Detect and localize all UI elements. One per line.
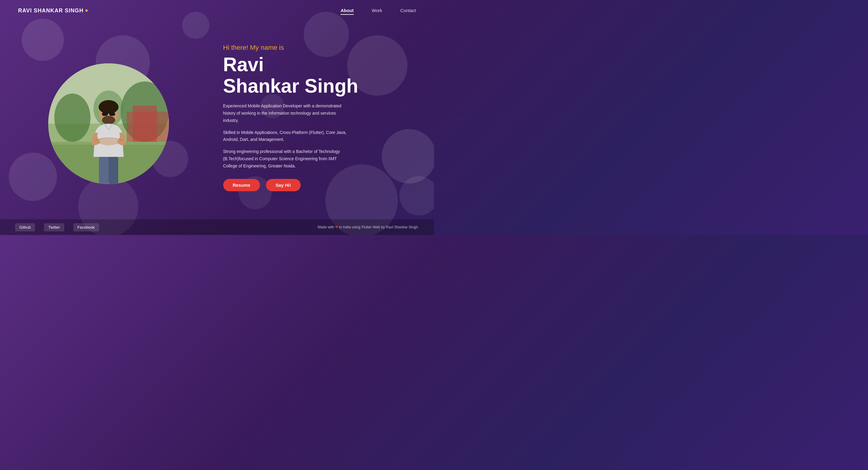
footer-link-facebook[interactable]: Facebook bbox=[73, 223, 99, 231]
nav-link-contact[interactable]: Contact bbox=[400, 8, 416, 13]
first-name: Ravi bbox=[223, 54, 410, 75]
nav-link-about[interactable]: About bbox=[341, 8, 353, 13]
svg-point-10 bbox=[99, 100, 118, 111]
content-section: Hi there! My name is Ravi Shankar Singh … bbox=[217, 26, 434, 209]
description-1: Experienced Mobile Application Developer… bbox=[223, 102, 350, 124]
footer-links: Github Twitter Facebook bbox=[15, 223, 99, 231]
resume-button[interactable]: Resume bbox=[223, 179, 260, 191]
svg-point-11 bbox=[102, 116, 115, 124]
hero-name: Ravi Shankar Singh bbox=[223, 54, 410, 97]
last-name: Shankar Singh bbox=[223, 75, 410, 97]
photo-section bbox=[0, 51, 217, 184]
footer-credit: Made with ❤ in India using Flutter Web b… bbox=[318, 225, 419, 229]
greeting-text: Hi there! My name is bbox=[223, 44, 410, 52]
nav-item-work[interactable]: Work bbox=[372, 8, 382, 13]
nav-item-contact[interactable]: Contact bbox=[400, 8, 416, 13]
profile-photo bbox=[48, 63, 169, 184]
footer-link-github[interactable]: Github bbox=[15, 223, 35, 231]
logo-dot bbox=[85, 9, 88, 12]
heart-icon: ❤ bbox=[335, 225, 338, 229]
svg-rect-13 bbox=[109, 112, 115, 116]
navbar: RAVI SHANKAR SINGH About Work Contact bbox=[0, 0, 434, 21]
sayhi-button[interactable]: Say Hi! bbox=[266, 179, 301, 191]
description-2: Skilled in Mobile Applications, Cross-Pl… bbox=[223, 129, 350, 144]
nav-link-work[interactable]: Work bbox=[372, 8, 382, 13]
nav-item-about[interactable]: About bbox=[341, 8, 353, 13]
cta-buttons: Resume Say Hi! bbox=[223, 179, 410, 191]
description-3: Strong engineering professional with a B… bbox=[223, 148, 350, 169]
footer-link-twitter[interactable]: Twitter bbox=[44, 223, 64, 231]
logo: RAVI SHANKAR SINGH bbox=[18, 7, 88, 14]
main-content: Hi there! My name is Ravi Shankar Singh … bbox=[0, 0, 434, 235]
svg-rect-16 bbox=[99, 157, 108, 184]
logo-text: RAVI SHANKAR SINGH bbox=[18, 7, 84, 14]
svg-point-3 bbox=[54, 94, 91, 142]
svg-rect-7 bbox=[127, 112, 169, 142]
svg-rect-12 bbox=[102, 112, 108, 116]
footer: Github Twitter Facebook Made with ❤ in I… bbox=[0, 219, 434, 235]
nav-links: About Work Contact bbox=[341, 8, 416, 13]
svg-rect-17 bbox=[108, 157, 118, 184]
